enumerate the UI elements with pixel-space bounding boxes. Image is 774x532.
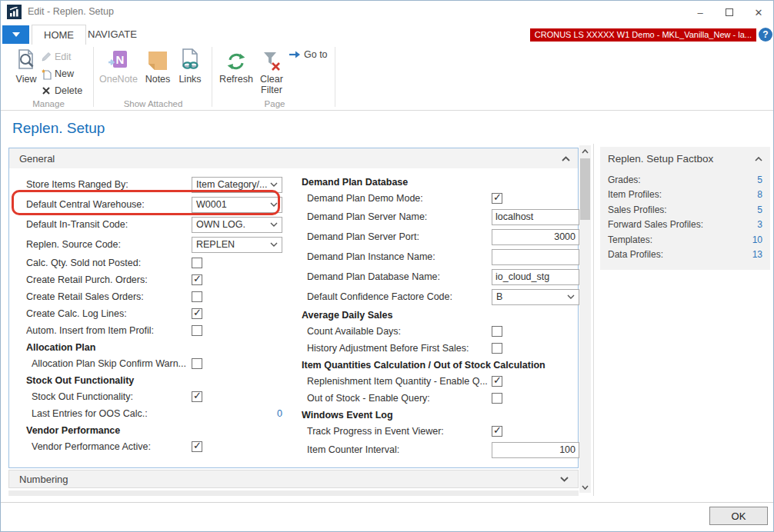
chevron-down-icon[interactable]: [270, 222, 278, 227]
group-header-label: Windows Event Log: [302, 410, 393, 421]
goto-button[interactable]: Go to: [289, 49, 328, 60]
create-retail-sales-orders-checkbox[interactable]: [192, 291, 202, 302]
links-button[interactable]: Links: [175, 47, 205, 85]
new-button[interactable]: New: [39, 65, 82, 82]
chevron-up-icon[interactable]: [562, 156, 570, 161]
chevron-down-icon[interactable]: [270, 242, 278, 247]
stock-out-functionality-checkbox[interactable]: [192, 391, 202, 402]
calc-qty-sold-not-posted-checkbox[interactable]: [192, 258, 202, 268]
factbox-row-value[interactable]: 10: [752, 234, 762, 245]
default-confidence-factore-code-combobox[interactable]: B: [492, 289, 579, 305]
general-fasttab: General Store Items Ranged By: Item Cate…: [8, 148, 579, 468]
factbox-row-label: Forward Sales Profiles:: [608, 219, 757, 230]
autom-insert-from-item-profil-checkbox[interactable]: [192, 325, 202, 336]
field-replen-source-code: Replen. Source Code: REPLEN: [26, 234, 288, 254]
field-label: Autom. Insert from Item Profil:: [26, 325, 192, 336]
maximize-button[interactable]: [715, 1, 744, 24]
close-button[interactable]: ✕: [744, 1, 773, 24]
chevron-up-icon[interactable]: [755, 157, 762, 161]
field-label: Demand Plan Server Port:: [302, 231, 492, 242]
ribbon-group-label-show-attached: Show Attached: [95, 99, 212, 108]
create-calc-log-lines-checkbox[interactable]: [192, 308, 202, 319]
chevron-down-icon[interactable]: [567, 294, 575, 299]
svg-text:N: N: [116, 53, 125, 66]
close-icon: ✕: [755, 7, 763, 18]
scrollbar-down-arrow[interactable]: [579, 481, 591, 493]
default-central-warehouse-combobox[interactable]: W0001: [192, 197, 282, 213]
factbox-row-value[interactable]: 5: [757, 175, 762, 185]
chevron-down-icon[interactable]: [560, 477, 569, 482]
edit-button[interactable]: Edit: [39, 48, 82, 65]
demand-plan-database-name-input[interactable]: io_cloud_stg: [492, 269, 579, 285]
group-windows-event-log: Windows Event Log: [302, 407, 579, 423]
replen-source-code-combobox[interactable]: REPLEN: [192, 237, 282, 253]
onenote-button[interactable]: N OneNote: [98, 47, 138, 85]
track-progress-checkbox[interactable]: [492, 426, 502, 437]
demand-plan-server-port-input[interactable]: 3000: [492, 229, 579, 245]
refresh-button[interactable]: Refresh: [218, 47, 255, 85]
scrollbar-thumb[interactable]: [580, 158, 590, 220]
factbox-row-value[interactable]: 13: [752, 249, 762, 260]
ribbon-group-show-attached: N OneNote Notes: [95, 45, 212, 111]
chevron-down-icon[interactable]: [270, 202, 278, 207]
general-left-column: Store Items Ranged By: Item Category/...…: [26, 175, 288, 455]
clear-filter-funnel-icon: [255, 47, 289, 71]
demand-plan-server-name-input[interactable]: localhost: [492, 209, 579, 225]
numbering-fasttab-header[interactable]: Numbering: [8, 470, 579, 488]
group-header-label: Item Quantities Calculation / Out of Sto…: [302, 360, 545, 371]
replenishment-item-quantity-checkbox[interactable]: [492, 376, 502, 387]
scrollbar-up-arrow[interactable]: [579, 145, 591, 157]
notes-button[interactable]: Notes: [142, 47, 173, 85]
goto-button-label: Go to: [304, 49, 328, 60]
tab-navigate[interactable]: NAVIGATE: [76, 25, 148, 45]
edit-button-label: Edit: [55, 52, 72, 62]
group-average-daily-sales: Average Daily Sales: [302, 307, 579, 323]
field-label: History Adjustment Before First Sales:: [302, 343, 492, 354]
demand-plan-demo-mode-checkbox[interactable]: [492, 193, 502, 204]
field-label: Create Retail Purch. Orders:: [26, 274, 192, 285]
ribbon: View Edit New: [1, 45, 773, 111]
vertical-scrollbar[interactable]: [579, 145, 591, 493]
chevron-down-icon[interactable]: [270, 182, 278, 187]
field-label: Default Central Warehouse:: [26, 199, 192, 210]
delete-button[interactable]: Delete: [39, 82, 82, 99]
last-entries-for-oos-calc-value[interactable]: 0: [192, 408, 282, 419]
refresh-button-label: Refresh: [218, 74, 255, 85]
factbox-row-value[interactable]: 5: [757, 204, 762, 215]
ribbon-tab-strip: HOME NAVIGATE CRONUS LS XXXXX W1 Demo - …: [1, 25, 773, 45]
factbox-header[interactable]: Replen. Setup Factbox: [600, 147, 770, 172]
help-icon[interactable]: ?: [759, 28, 772, 42]
ribbon-group-manage: View Edit New: [4, 45, 93, 111]
factbox-row-label: Sales Profiles:: [608, 204, 757, 215]
minimize-button[interactable]: –: [686, 1, 715, 24]
maximize-icon: [726, 8, 733, 16]
vendor-performance-active-checkbox[interactable]: [192, 441, 202, 452]
clear-filter-button-label: Clear Filter: [255, 74, 289, 95]
out-of-stock-enable-query-checkbox[interactable]: [492, 393, 502, 404]
application-menu-button[interactable]: [2, 25, 29, 44]
ok-button[interactable]: OK: [709, 507, 768, 525]
store-items-ranged-by-combobox[interactable]: Item Category/...: [192, 177, 282, 193]
item-counter-interval-input[interactable]: 100: [492, 442, 579, 458]
delete-button-label: Delete: [55, 85, 82, 96]
group-header-label: Allocation Plan: [26, 342, 95, 353]
field-label: Default In-Transit Code:: [26, 219, 192, 230]
group-header-label: Vendor Performance: [26, 425, 120, 436]
factbox-row-value[interactable]: 3: [757, 219, 762, 230]
clear-filter-button[interactable]: Clear Filter: [255, 47, 289, 95]
factbox-panel: Replen. Setup Factbox Grades: 5 Item Pro…: [600, 147, 770, 270]
history-adjustment-checkbox[interactable]: [492, 343, 502, 354]
factbox-row-value[interactable]: 8: [757, 189, 762, 200]
factbox-row-label: Templates:: [608, 234, 752, 245]
field-allocation-plan-skip-confirm: Allocation Plan Skip Confirm Warn...: [26, 355, 288, 372]
general-fasttab-header[interactable]: General: [9, 148, 578, 168]
refresh-icon: [218, 47, 255, 71]
count-available-days-checkbox[interactable]: [492, 326, 502, 337]
default-in-transit-code-combobox[interactable]: OWN LOG.: [192, 217, 282, 233]
horizontal-scrollbar[interactable]: [8, 490, 579, 496]
demand-plan-instance-name-input[interactable]: [492, 249, 579, 265]
create-retail-purch-orders-checkbox[interactable]: [192, 274, 202, 285]
field-create-retail-purch-orders: Create Retail Purch. Orders:: [26, 271, 288, 288]
factbox-row-label: Item Profiles:: [608, 189, 757, 200]
allocation-plan-skip-confirm-checkbox[interactable]: [192, 358, 202, 369]
